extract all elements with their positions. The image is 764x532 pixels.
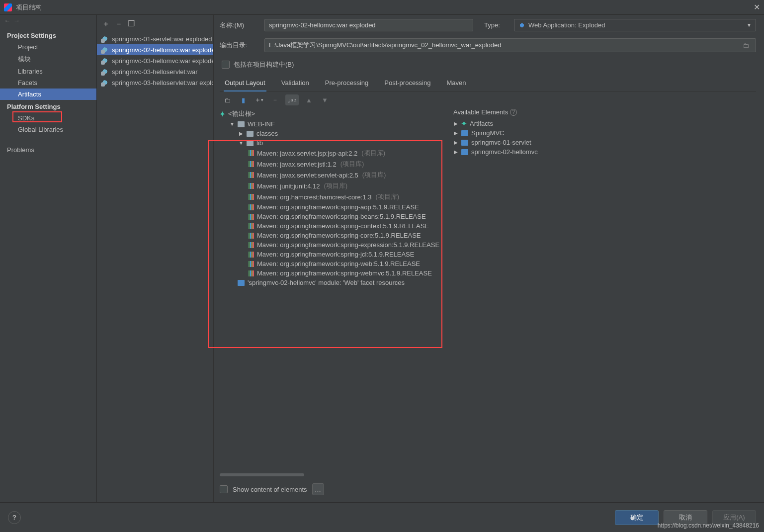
tab-preprocessing[interactable]: Pre-processing [324,76,369,91]
tree-folder-webinf[interactable]: WEB-INF [220,119,448,129]
close-icon[interactable]: ✕ [754,2,760,12]
chevron-right-icon[interactable] [238,131,245,136]
available-element-item[interactable]: springmvc-01-servlet [452,138,756,147]
folder-icon [238,121,245,127]
artifact-icon [101,57,109,65]
tree-library-item[interactable]: Maven: org.springframework:spring-web:5.… [220,259,448,268]
output-dir-input[interactable]: E:\Java框架学习\SpirngMVC\out\artifacts\spri… [264,38,756,52]
artifact-list-item[interactable]: springmvc-03-helloservlet:war [97,66,213,77]
library-icon [249,270,254,276]
artifacts-list: ＋ － ❐ springmvc-01-servlet:war explodeds… [97,15,214,502]
sidebar-item-facets[interactable]: Facets [0,77,96,89]
tree-library-item[interactable]: Maven: org.springframework:spring-jcl:5.… [220,250,448,259]
help-icon[interactable]: ? [510,109,517,116]
tree-library-item[interactable]: Maven: javax.servlet:jstl:1.2(项目库) [220,159,448,170]
library-icon [249,261,254,267]
remove-icon[interactable]: － [115,19,123,29]
type-value: Web Application: Exploded [528,21,605,29]
chevron-right-icon[interactable] [452,140,459,145]
show-content-checkbox[interactable] [220,485,228,493]
tree-folder-classes[interactable]: classes [220,129,448,138]
tree-library-item[interactable]: Maven: org.springframework:spring-webmvc… [220,268,448,278]
module-icon [461,130,468,136]
library-icon [249,161,254,167]
back-icon[interactable]: ← [4,17,10,24]
tree-library-item[interactable]: Maven: javax.servlet:servlet-api:2.5(项目库… [220,170,448,180]
copy-icon[interactable]: ❐ [128,19,135,29]
artifact-list-item[interactable]: springmvc-01-servlet:war exploded [97,33,213,44]
sidebar-item-problems[interactable]: Problems [0,144,96,156]
available-element-item[interactable]: SpirngMVC [452,128,756,138]
sort-icon[interactable]: ↓a z [285,94,299,105]
tree-library-item[interactable]: Maven: org.springframework:spring-expres… [220,240,448,250]
sidebar-item-modules[interactable]: 模块 [0,53,96,66]
folder-icon [247,140,254,146]
type-select[interactable]: Web Application: Exploded ▼ [514,19,756,31]
sidebar-item-sdks[interactable]: SDKs [0,112,96,124]
tree-library-item[interactable]: Maven: org.springframework:spring-beans:… [220,212,448,221]
dialog-button-bar: ? 确定 取消 应用(A) [0,502,764,532]
sidebar-item-global-libraries[interactable]: Global Libraries [0,124,96,135]
move-up-icon[interactable]: ▲ [304,94,315,105]
library-icon [249,214,254,220]
tab-postprocessing[interactable]: Post-processing [383,76,431,91]
tree-library-item[interactable]: Maven: junit:junit:4.12(项目库) [220,180,448,191]
show-content-label: Show content of elements [233,486,307,493]
module-icon [461,140,468,146]
tree-folder-lib[interactable]: lib [220,138,448,148]
new-archive-icon[interactable]: ▮ [238,94,249,105]
chevron-right-icon[interactable] [452,149,459,155]
library-icon [249,150,254,156]
chevron-right-icon[interactable] [452,121,459,126]
tree-facet-row[interactable]: 'springmvc-02-hellomvc' module: 'Web' fa… [220,278,448,287]
available-element-item[interactable]: springmvc-02-hellomvc [452,147,756,157]
title-bar: 项目结构 ✕ [0,0,764,15]
library-icon [249,223,254,229]
new-folder-icon[interactable]: 🗀 [222,94,233,105]
add-icon[interactable]: ＋ [102,19,110,29]
tab-maven[interactable]: Maven [445,76,467,91]
output-root-row[interactable]: ✦ <输出根> [220,108,448,119]
artifact-icon: ✦ [461,120,467,127]
library-icon [249,183,254,189]
add-copy-icon[interactable]: ＋▾ [254,94,264,105]
sidebar-item-libraries[interactable]: Libraries [0,66,96,77]
available-element-item[interactable]: ✦Artifacts [452,119,756,128]
intellij-logo-icon [4,3,12,11]
tree-library-item[interactable]: Maven: org.springframework:spring-core:5… [220,231,448,240]
forward-icon[interactable]: → [13,17,20,24]
browse-folder-icon[interactable]: 🗀 [740,42,752,49]
artifact-list-item[interactable]: springmvc-02-hellomvc:war exploded [97,44,213,55]
chevron-down-icon[interactable] [238,140,245,146]
sidebar-item-artifacts[interactable]: Artifacts [0,89,96,100]
sidebar: ← → Project Settings Project 模块 Librarie… [0,15,97,502]
horizontal-scrollbar[interactable] [220,472,448,477]
available-elements-header: Available Elements ? [452,106,756,119]
sidebar-item-project[interactable]: Project [0,41,96,53]
tree-library-item[interactable]: Maven: org.springframework:spring-aop:5.… [220,202,448,212]
artifact-name-input[interactable] [264,19,473,31]
tree-library-item[interactable]: Maven: org.springframework:spring-contex… [220,221,448,231]
ok-button[interactable]: 确定 [615,510,659,525]
output-dir-label: 输出目录: [220,41,259,50]
include-in-build-checkbox[interactable] [222,61,230,69]
chevron-down-icon[interactable] [229,121,236,127]
tree-library-item[interactable]: Maven: javax.servlet.jsp:jsp-api:2.2(项目库… [220,148,448,159]
chevron-right-icon[interactable] [452,130,459,136]
window-title: 项目结构 [16,3,42,12]
web-app-icon [518,22,525,29]
tree-library-item[interactable]: Maven: org.hamcrest:hamcrest-core:1.3(项目… [220,191,448,202]
library-icon [249,172,254,178]
artifact-list-item[interactable]: springmvc-03-helloservlet:war exploded [97,77,213,88]
facet-icon [238,280,245,286]
tab-validation[interactable]: Validation [280,76,310,91]
tab-output-layout[interactable]: Output Layout [224,76,266,91]
section-header-platform: Platform Settings [0,100,96,112]
section-header-project: Project Settings [0,29,96,41]
artifact-icon [101,46,109,54]
artifact-list-item[interactable]: springmvc-03-hellomvc:war exploded [97,55,213,66]
help-button[interactable]: ? [8,511,21,524]
remove-item-icon[interactable]: － [269,94,280,105]
ellipsis-button[interactable]: … [312,483,324,495]
move-down-icon[interactable]: ▼ [320,94,331,105]
